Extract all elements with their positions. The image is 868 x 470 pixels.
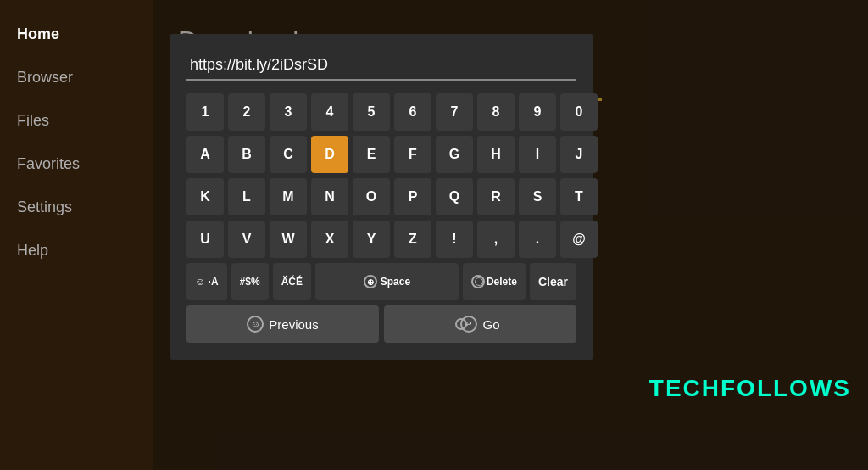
key-o[interactable]: O bbox=[353, 178, 390, 215]
key-z[interactable]: Z bbox=[394, 221, 431, 258]
keyboard-modal: 1 2 3 4 5 6 7 8 9 0 A B C D E F G H I J … bbox=[170, 34, 593, 360]
url-input-row[interactable] bbox=[186, 51, 576, 81]
sidebar-item-browser[interactable]: Browser bbox=[17, 69, 136, 87]
key-symbols[interactable]: #$% bbox=[231, 263, 269, 300]
key-a[interactable]: A bbox=[186, 136, 224, 173]
key-period[interactable]: . bbox=[519, 221, 556, 258]
go-button[interactable]: ↩ Go bbox=[384, 305, 576, 343]
sidebar-item-settings[interactable]: Settings bbox=[17, 199, 136, 216]
key-s[interactable]: S bbox=[519, 178, 556, 215]
key-n[interactable]: N bbox=[311, 178, 348, 215]
key-7[interactable]: 7 bbox=[436, 93, 473, 131]
key-g[interactable]: G bbox=[436, 136, 473, 173]
key-p[interactable]: P bbox=[394, 178, 431, 215]
key-q[interactable]: Q bbox=[436, 178, 473, 215]
key-k[interactable]: K bbox=[186, 178, 224, 215]
key-0[interactable]: 0 bbox=[560, 93, 598, 131]
key-comma[interactable]: , bbox=[477, 221, 515, 258]
sidebar-item-files[interactable]: Files bbox=[17, 112, 136, 130]
sidebar-item-favorites[interactable]: Favorites bbox=[17, 155, 136, 173]
key-v[interactable]: V bbox=[228, 221, 265, 258]
key-x[interactable]: X bbox=[311, 221, 348, 258]
watermark: TECHFOLLOWS bbox=[649, 375, 851, 402]
key-at[interactable]: @ bbox=[560, 221, 598, 258]
key-i[interactable]: I bbox=[519, 136, 556, 173]
key-delete[interactable]: Delete bbox=[463, 263, 526, 300]
key-4[interactable]: 4 bbox=[311, 93, 348, 131]
keyboard: 1 2 3 4 5 6 7 8 9 0 A B C D E F G H I J … bbox=[186, 93, 576, 300]
key-j[interactable]: J bbox=[560, 136, 598, 173]
key-exclaim[interactable]: ! bbox=[436, 221, 473, 258]
key-f[interactable]: F bbox=[394, 136, 431, 173]
number-row: 1 2 3 4 5 6 7 8 9 0 bbox=[186, 93, 576, 131]
url-input[interactable] bbox=[186, 51, 576, 81]
key-d[interactable]: D bbox=[311, 136, 348, 173]
key-w[interactable]: W bbox=[270, 221, 307, 258]
key-r[interactable]: R bbox=[477, 178, 515, 215]
key-5[interactable]: 5 bbox=[353, 93, 390, 131]
key-c[interactable]: C bbox=[270, 136, 307, 173]
sidebar: Home Browser Files Favorites Settings He… bbox=[0, 0, 153, 470]
alpha-row-1: A B C D E F G H I J bbox=[186, 136, 576, 173]
key-2[interactable]: 2 bbox=[228, 93, 265, 131]
nav-row: ☺ Previous ↩ Go bbox=[186, 305, 576, 343]
key-smiley-a[interactable]: ☺ ·A bbox=[186, 263, 227, 300]
sidebar-item-home[interactable]: Home bbox=[17, 25, 136, 43]
key-1[interactable]: 1 bbox=[186, 93, 224, 131]
key-l[interactable]: L bbox=[228, 178, 265, 215]
sidebar-item-help[interactable]: Help bbox=[17, 242, 136, 260]
key-accents[interactable]: ÄĆÉ bbox=[273, 263, 311, 300]
alpha-row-2: K L M N O P Q R S T bbox=[186, 178, 576, 215]
special-row: ☺ ·A #$% ÄĆÉ ⊕Space Delete Clear bbox=[186, 263, 576, 300]
previous-button[interactable]: ☺ Previous bbox=[186, 305, 379, 343]
key-8[interactable]: 8 bbox=[477, 93, 515, 131]
key-u[interactable]: U bbox=[186, 221, 224, 258]
key-6[interactable]: 6 bbox=[394, 93, 431, 131]
key-b[interactable]: B bbox=[228, 136, 265, 173]
key-h[interactable]: H bbox=[477, 136, 515, 173]
key-y[interactable]: Y bbox=[353, 221, 390, 258]
key-9[interactable]: 9 bbox=[519, 93, 556, 131]
key-clear[interactable]: Clear bbox=[530, 263, 576, 300]
alpha-row-3: U V W X Y Z ! , . @ bbox=[186, 221, 576, 258]
key-t[interactable]: T bbox=[560, 178, 598, 215]
key-space[interactable]: ⊕Space bbox=[315, 263, 459, 300]
key-3[interactable]: 3 bbox=[270, 93, 307, 131]
key-m[interactable]: M bbox=[270, 178, 307, 215]
key-e[interactable]: E bbox=[353, 136, 390, 173]
